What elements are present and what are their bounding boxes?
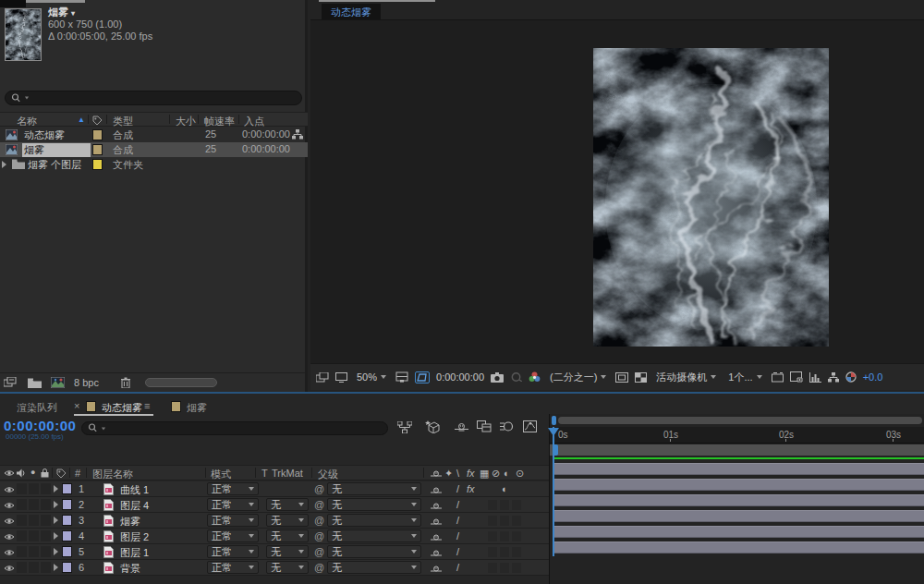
timeline-histogram-icon[interactable] — [809, 372, 821, 383]
hide-shy-layers-icon[interactable] — [455, 421, 468, 432]
motion-blur-column-icon[interactable]: ⊘ — [492, 468, 500, 480]
column-size[interactable]: 大小 — [176, 115, 196, 128]
work-area-bar[interactable] — [550, 444, 924, 456]
solo-cell[interactable] — [29, 530, 39, 541]
snapshot-camera-icon[interactable] — [491, 372, 504, 383]
parent-pickwhip-icon[interactable]: @ — [314, 546, 324, 557]
label-color-column-icon[interactable] — [92, 116, 103, 126]
delete-trash-icon[interactable] — [121, 377, 130, 388]
trackmatte-dropdown[interactable]: 无 — [266, 545, 309, 558]
collapse-transformations-column-icon[interactable]: ✦ — [444, 468, 453, 480]
magnification-dropdown[interactable]: 50% — [354, 371, 389, 383]
composition-title[interactable]: 烟雾 ▾ — [48, 6, 75, 19]
column-t[interactable]: T — [261, 468, 268, 479]
playhead-line[interactable] — [553, 427, 554, 556]
sort-arrow-icon[interactable]: ▲ — [78, 116, 85, 124]
layer-row-1[interactable]: 1 曲线 1 正常 @ 无 / fx ◐ — [0, 481, 549, 497]
resolution-dropdown[interactable]: (二分之一) — [547, 370, 609, 385]
parent-pickwhip-icon[interactable]: @ — [314, 515, 324, 526]
bit-depth-button[interactable]: 8 bpc — [74, 377, 99, 388]
layer-name[interactable]: 曲线 1 — [120, 483, 149, 497]
parent-pickwhip-icon[interactable]: @ — [314, 499, 324, 510]
primary-viewer-icon[interactable] — [335, 372, 347, 383]
tab-render-queue[interactable]: 渲染队列 — [17, 401, 57, 415]
switch-cell[interactable] — [512, 531, 521, 541]
lock-cell[interactable] — [41, 562, 51, 573]
layer-expander-icon[interactable] — [54, 517, 58, 524]
shy-switch-icon[interactable] — [431, 549, 442, 558]
eye-toggle-icon[interactable] — [4, 486, 15, 493]
layer-bar-2[interactable] — [553, 479, 924, 491]
trackmatte-dropdown[interactable]: 无 — [266, 498, 309, 511]
trackmatte-dropdown[interactable]: 无 — [266, 514, 309, 527]
label-color-swatch[interactable] — [92, 159, 103, 170]
quality-switch[interactable]: / — [456, 515, 459, 526]
layer-bar-3[interactable] — [553, 494, 924, 506]
switch-cell[interactable] — [512, 563, 521, 573]
shy-column-icon[interactable] — [431, 469, 442, 479]
label-color-swatch[interactable] — [92, 129, 103, 140]
switch-cell[interactable] — [512, 500, 521, 510]
frame-blend-column-icon[interactable]: ▦ — [480, 468, 489, 480]
lock-cell[interactable] — [41, 499, 51, 510]
show-snapshot-icon[interactable] — [510, 372, 522, 382]
always-preview-icon[interactable] — [316, 372, 329, 383]
audio-column-icon[interactable] — [17, 468, 26, 478]
layer-bar-5[interactable] — [553, 526, 924, 538]
switch-cell[interactable] — [488, 500, 497, 510]
parent-pickwhip-icon[interactable]: @ — [314, 562, 324, 573]
shy-switch-icon[interactable] — [431, 533, 442, 542]
reset-exposure-icon[interactable] — [845, 371, 857, 383]
switch-cell[interactable] — [500, 516, 509, 526]
adjustment-layer-switch[interactable]: ◐ — [502, 483, 508, 494]
solo-column-icon[interactable]: ● — [30, 468, 35, 477]
layer-name[interactable]: 烟雾 — [120, 515, 140, 529]
layer-bar-4[interactable] — [553, 510, 924, 522]
quality-switch[interactable]: / — [456, 530, 459, 541]
layer-bar-1[interactable] — [553, 463, 924, 475]
blend-mode-dropdown[interactable]: 正常 — [207, 482, 259, 495]
transparency-grid-icon[interactable] — [635, 372, 647, 383]
fx-switch[interactable]: fx — [467, 483, 475, 494]
view-options-icon[interactable] — [790, 371, 803, 383]
layer-label-swatch[interactable] — [62, 530, 72, 541]
show-channels-rgb-icon[interactable] — [529, 371, 541, 383]
switch-cell[interactable] — [512, 547, 521, 557]
layer-label-swatch[interactable] — [62, 499, 72, 510]
label-color-column-icon[interactable] — [56, 468, 67, 479]
blend-mode-dropdown[interactable]: 正常 — [207, 514, 259, 527]
motion-blur-icon[interactable] — [500, 420, 514, 432]
lock-cell[interactable] — [41, 515, 51, 526]
column-framerate[interactable]: 帧速率 — [204, 115, 235, 128]
viewer-timecode[interactable]: 0:00:00:00 — [436, 371, 484, 383]
tab-menu-icon[interactable]: ≡ — [144, 400, 150, 411]
interpret-footage-icon[interactable] — [4, 377, 18, 388]
switch-cell[interactable] — [488, 516, 497, 526]
nav-handle-left[interactable] — [552, 416, 556, 425]
item-name[interactable]: 动态烟雾 — [24, 128, 65, 142]
quality-switch[interactable]: / — [456, 499, 459, 510]
viewer-tab-dongtai-yanwu[interactable]: 动态烟雾 — [322, 4, 381, 19]
eye-column-icon[interactable] — [4, 469, 15, 477]
audio-cell[interactable] — [17, 515, 27, 526]
mini-flowchart-icon[interactable] — [828, 372, 839, 383]
eye-toggle-icon[interactable] — [4, 533, 15, 541]
camera-view-dropdown[interactable]: 活动摄像机 — [653, 370, 719, 385]
search-options-caret-icon[interactable] — [25, 97, 29, 100]
quality-column-icon[interactable]: \ — [456, 468, 459, 479]
blend-mode-dropdown[interactable]: 正常 — [207, 545, 259, 558]
label-color-swatch[interactable] — [92, 144, 103, 155]
layer-row-3[interactable]: 3 烟雾 正常 无 @ 无 / — [0, 513, 549, 529]
column-layer-name[interactable]: 图层名称 — [92, 468, 133, 481]
project-search-input[interactable] — [5, 91, 302, 105]
parent-dropdown[interactable]: 无 — [327, 498, 421, 511]
layer-expander-icon[interactable] — [54, 548, 58, 555]
layer-name[interactable]: 图层 2 — [120, 530, 149, 544]
quality-switch[interactable]: / — [456, 483, 459, 494]
project-item-yanwu[interactable]: 烟雾 合成 25 0:00:00:00 — [0, 142, 308, 157]
solo-cell[interactable] — [29, 515, 39, 526]
layer-bar-6[interactable] — [553, 541, 924, 554]
draft-3d-icon[interactable] — [425, 420, 440, 433]
adjustment-layer-column-icon[interactable]: ◐ — [504, 468, 510, 479]
effects-column-icon[interactable]: fx — [467, 468, 475, 479]
